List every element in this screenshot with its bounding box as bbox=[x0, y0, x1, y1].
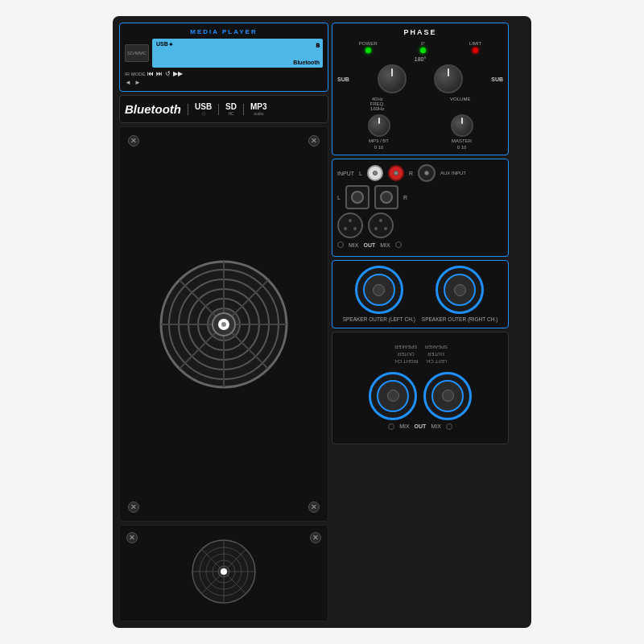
freq-knob-group bbox=[378, 64, 407, 93]
speaker-left-text: SPEAKER OUTER (LEFT CH.) bbox=[343, 316, 415, 322]
volume-knob[interactable] bbox=[434, 64, 463, 93]
mp3bt-label: MP3 / BT bbox=[369, 138, 389, 143]
phase-title: PHASE bbox=[337, 28, 503, 36]
bottom-speaker-labels: LEFT CH.OUTERSPEAKER RIGHT CH.OUTERSPEAK… bbox=[394, 344, 448, 365]
rca-black-aux-inner bbox=[424, 171, 429, 175]
bottom-speaker-connectors bbox=[369, 372, 472, 420]
next-button[interactable]: ⏭ bbox=[156, 70, 163, 77]
screw-bottom-right: ✕ bbox=[308, 502, 320, 513]
freq-knob[interactable] bbox=[378, 64, 407, 93]
bottom-mix-circle-right bbox=[446, 423, 452, 430]
volume-knob-group bbox=[434, 64, 463, 93]
xlr-right-pin1 bbox=[379, 219, 382, 222]
bottom-left-section: ✕ ✕ bbox=[119, 525, 328, 621]
sd-feature-badge: SD HC bbox=[225, 102, 237, 116]
media-player-title: MEDIA PLAYER bbox=[125, 28, 323, 35]
svg-point-12 bbox=[221, 322, 226, 327]
volume-row: ◄ ► bbox=[125, 79, 323, 86]
bottom-left-speaker-text: LEFT CH.OUTERSPEAKER bbox=[424, 345, 447, 365]
limit-label: LIMIT bbox=[469, 41, 481, 46]
xlr-right-pin2 bbox=[374, 227, 378, 230]
screw-top-left: ✕ bbox=[128, 135, 139, 147]
r-input-label: R bbox=[409, 171, 413, 176]
speaker-right-group: SPEAKER OUTER (RIGHT CH.) bbox=[422, 266, 498, 323]
mini-fan-svg bbox=[192, 539, 256, 604]
screw-top-right: ✕ bbox=[308, 135, 320, 147]
speaker-right-label: SPEAKER OUTER (RIGHT CH.) bbox=[422, 316, 498, 323]
media-controls-row: IR MODE ⏮ ⏭ ↺ ▶▶ bbox=[125, 70, 323, 77]
vol-down-icon[interactable]: ◄ bbox=[125, 79, 131, 86]
xlr-right bbox=[368, 213, 394, 238]
sub-left-label: SUB bbox=[337, 76, 349, 82]
mp3bt-knob-group: MP3 / BT bbox=[368, 114, 390, 143]
l-jack-label: L bbox=[337, 195, 341, 200]
sd-badge-sub: HC bbox=[228, 111, 233, 116]
divider3 bbox=[243, 104, 244, 115]
mp3-badge-icon: MP3 bbox=[250, 102, 267, 111]
usb-feature-badge: USB ⬡ bbox=[195, 102, 212, 116]
speaker-connectors-row: SPEAKER OUTER (LEFT CH.) SPEAKER OUTER (… bbox=[337, 266, 503, 323]
speaker-left-group: SPEAKER OUTER (LEFT CH.) bbox=[343, 266, 415, 323]
fast-forward-button[interactable]: ▶▶ bbox=[173, 70, 183, 77]
usb-label: USB bbox=[156, 41, 168, 47]
speaker-left-connector bbox=[355, 266, 403, 314]
mix-left-label: MIX bbox=[349, 242, 358, 248]
bottom-speaker-right-center bbox=[442, 390, 454, 402]
jack-right-inner bbox=[380, 191, 393, 204]
device-container: MEDIA PLAYER SD/MMC USB ✦ ʙ Bluetooth bbox=[0, 0, 644, 644]
speaker-left-label: SPEAKER OUTER (LEFT CH.) bbox=[343, 316, 415, 323]
rca-red-right-inner bbox=[394, 171, 398, 175]
master-knob[interactable] bbox=[451, 114, 473, 137]
xlr-right-pin3 bbox=[384, 227, 387, 230]
repeat-button[interactable]: ↺ bbox=[165, 70, 171, 77]
speaker-right-text: SPEAKER OUTER (RIGHT CH.) bbox=[422, 316, 498, 322]
rca-input-row: INPUT L R AUX INPUT bbox=[337, 164, 503, 182]
volume-label: VOLUME bbox=[450, 97, 470, 101]
xlr-row bbox=[337, 213, 503, 238]
xlr-left-pin1 bbox=[349, 219, 352, 222]
fan-grille bbox=[159, 260, 288, 389]
bottom-right-speaker-label: RIGHT CH.OUTERSPEAKER bbox=[394, 344, 419, 365]
sd-badge-icon: SD bbox=[225, 102, 237, 111]
right-panel: PHASE POWER 0° LIMIT bbox=[332, 23, 509, 621]
mix-circle-right bbox=[395, 242, 402, 248]
screw-bl-tl: ✕ bbox=[126, 532, 138, 543]
bluetooth-display-label: Bluetooth bbox=[293, 60, 320, 65]
mp3bt-knob[interactable] bbox=[368, 114, 390, 137]
usb-badge-icon: USB bbox=[195, 102, 212, 111]
range-labels: 0 10 0 10 bbox=[337, 145, 503, 150]
transport-controls[interactable]: ⏮ ⏭ ↺ ▶▶ bbox=[147, 70, 183, 77]
vol-up-icon[interactable]: ► bbox=[134, 79, 141, 86]
range-left: 0 10 bbox=[374, 145, 384, 150]
input-label: INPUT bbox=[337, 171, 354, 176]
jack-left bbox=[345, 185, 369, 209]
speaker-right-center bbox=[454, 284, 466, 296]
mp3-feature-badge: MP3 audio bbox=[250, 102, 267, 116]
range-right: 0 10 bbox=[457, 145, 467, 150]
freq-160-label: 160Hz bbox=[370, 106, 385, 111]
phase-section: PHASE POWER 0° LIMIT bbox=[332, 23, 509, 155]
mix-right-label: MIX bbox=[380, 242, 390, 248]
fan-section: ✕ ✕ ✕ ✕ bbox=[119, 126, 328, 522]
jack-left-inner bbox=[351, 191, 364, 204]
bottom-mix-left: MIX bbox=[399, 423, 409, 429]
mp3-badge-sub: audio bbox=[254, 111, 263, 116]
sd-card-icon: SD/MMC bbox=[125, 44, 149, 62]
rca-red-right bbox=[388, 165, 404, 181]
bottom-mix-circle-left bbox=[388, 423, 394, 430]
freq-labels: 40Hz FREQ. 160Hz bbox=[370, 97, 385, 111]
jack-right bbox=[374, 185, 398, 209]
bottom-speaker-right-inner bbox=[431, 380, 464, 412]
device-panel: MEDIA PLAYER SD/MMC USB ✦ ʙ Bluetooth bbox=[113, 16, 531, 628]
xlr-left bbox=[337, 213, 363, 238]
screw-bl-tr: ✕ bbox=[310, 532, 321, 543]
bluetooth-feature-label: Bluetooth bbox=[125, 102, 181, 116]
ir-mode-label: IR MODE bbox=[125, 72, 146, 76]
bluetooth-features-bar: Bluetooth USB ⬡ SD HC MP3 audio bbox=[119, 95, 328, 123]
bottom-right-speaker-text: RIGHT CH.OUTERSPEAKER bbox=[394, 345, 419, 365]
input-section: INPUT L R AUX INPUT bbox=[332, 159, 509, 257]
media-player-section: MEDIA PLAYER SD/MMC USB ✦ ʙ Bluetooth bbox=[119, 23, 328, 92]
speaker-left-inner bbox=[363, 274, 395, 306]
zero-degree-label: 0° bbox=[421, 41, 426, 46]
prev-button[interactable]: ⏮ bbox=[147, 70, 154, 77]
